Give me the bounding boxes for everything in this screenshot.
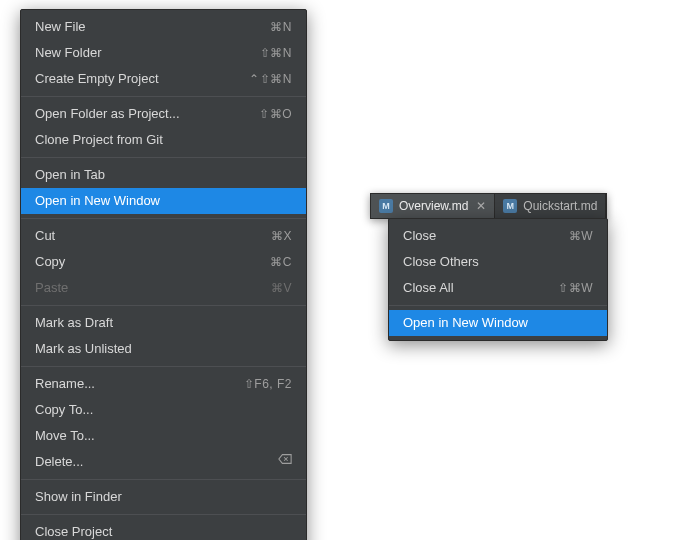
editor-tab-overview[interactable]: M Overview.md ✕ (371, 194, 495, 218)
menu-item-open-in-new-window[interactable]: Open in New Window (389, 310, 607, 336)
project-context-menu: New File⌘N New Folder⇧⌘N Create Empty Pr… (20, 9, 307, 540)
menu-item-label: Open in New Window (403, 310, 593, 336)
menu-item-label: Move To... (35, 423, 292, 449)
menu-item-label: Close (403, 223, 539, 249)
markdown-file-icon: M (379, 199, 393, 213)
menu-item-cut[interactable]: Cut⌘X (21, 223, 306, 249)
menu-item-shortcut: ⌘W (569, 223, 593, 249)
menu-item-copy[interactable]: Copy⌘C (21, 249, 306, 275)
menu-item-label: Open in New Window (35, 188, 292, 214)
menu-item-label: Mark as Draft (35, 310, 292, 336)
menu-item-shortcut: ⌘C (270, 249, 292, 275)
menu-item-shortcut: ⌘V (271, 275, 292, 301)
backspace-icon (278, 452, 292, 466)
menu-item-close-all[interactable]: Close All⇧⌘W (389, 275, 607, 301)
menu-item-open-in-tab[interactable]: Open in Tab (21, 162, 306, 188)
menu-separator (21, 479, 306, 480)
menu-item-label: Open in Tab (35, 162, 292, 188)
menu-item-mark-as-unlisted[interactable]: Mark as Unlisted (21, 336, 306, 362)
menu-item-open-folder-as-project[interactable]: Open Folder as Project...⇧⌘O (21, 101, 306, 127)
menu-separator (21, 305, 306, 306)
menu-item-label: Create Empty Project (35, 66, 219, 92)
menu-item-label: Rename... (35, 371, 214, 397)
menu-item-shortcut: ⌘N (270, 14, 292, 40)
menu-item-close-others[interactable]: Close Others (389, 249, 607, 275)
menu-item-label: Delete... (35, 449, 248, 475)
menu-item-label: Show in Finder (35, 484, 292, 510)
menu-item-delete[interactable]: Delete... (21, 449, 306, 475)
menu-item-label: New Folder (35, 40, 230, 66)
tab-context-menu: Close⌘W Close Others Close All⇧⌘W Open i… (388, 218, 608, 341)
menu-separator (21, 514, 306, 515)
menu-item-create-empty-project[interactable]: Create Empty Project⌃⇧⌘N (21, 66, 306, 92)
menu-item-open-in-new-window[interactable]: Open in New Window (21, 188, 306, 214)
menu-item-shortcut: ⇧F6, F2 (244, 371, 292, 397)
menu-item-label: Close All (403, 275, 528, 301)
menu-item-label: Close Others (403, 249, 593, 275)
menu-item-shortcut (278, 449, 292, 475)
menu-item-copy-to[interactable]: Copy To... (21, 397, 306, 423)
menu-item-label: Close Project (35, 519, 292, 540)
menu-item-paste: Paste⌘V (21, 275, 306, 301)
tab-filename: Overview.md (399, 199, 468, 213)
menu-item-show-in-finder[interactable]: Show in Finder (21, 484, 306, 510)
menu-item-label: New File (35, 14, 240, 40)
menu-item-label: Mark as Unlisted (35, 336, 292, 362)
markdown-file-icon: M (503, 199, 517, 213)
menu-item-new-file[interactable]: New File⌘N (21, 14, 306, 40)
menu-item-mark-as-draft[interactable]: Mark as Draft (21, 310, 306, 336)
menu-separator (389, 305, 607, 306)
menu-item-new-folder[interactable]: New Folder⇧⌘N (21, 40, 306, 66)
menu-item-shortcut: ⇧⌘W (558, 275, 593, 301)
menu-item-shortcut: ⇧⌘O (259, 101, 292, 127)
menu-item-shortcut: ⌘X (271, 223, 292, 249)
menu-separator (21, 366, 306, 367)
menu-item-shortcut: ⌃⇧⌘N (249, 66, 292, 92)
menu-item-label: Paste (35, 275, 241, 301)
menu-item-label: Clone Project from Git (35, 127, 292, 153)
menu-item-close-project[interactable]: Close Project (21, 519, 306, 540)
menu-item-label: Cut (35, 223, 241, 249)
menu-item-shortcut: ⇧⌘N (260, 40, 292, 66)
menu-item-clone-project-from-git[interactable]: Clone Project from Git (21, 127, 306, 153)
menu-item-move-to[interactable]: Move To... (21, 423, 306, 449)
close-icon[interactable]: ✕ (476, 199, 486, 213)
menu-item-close[interactable]: Close⌘W (389, 223, 607, 249)
menu-item-label: Open Folder as Project... (35, 101, 229, 127)
editor-tab-bar: M Overview.md ✕ M Quickstart.md (370, 193, 607, 219)
menu-item-label: Copy To... (35, 397, 292, 423)
menu-separator (21, 218, 306, 219)
menu-separator (21, 96, 306, 97)
menu-item-label: Copy (35, 249, 240, 275)
tab-filename: Quickstart.md (523, 199, 597, 213)
menu-separator (21, 157, 306, 158)
menu-item-rename[interactable]: Rename...⇧F6, F2 (21, 371, 306, 397)
editor-tab-quickstart[interactable]: M Quickstart.md (495, 194, 606, 218)
